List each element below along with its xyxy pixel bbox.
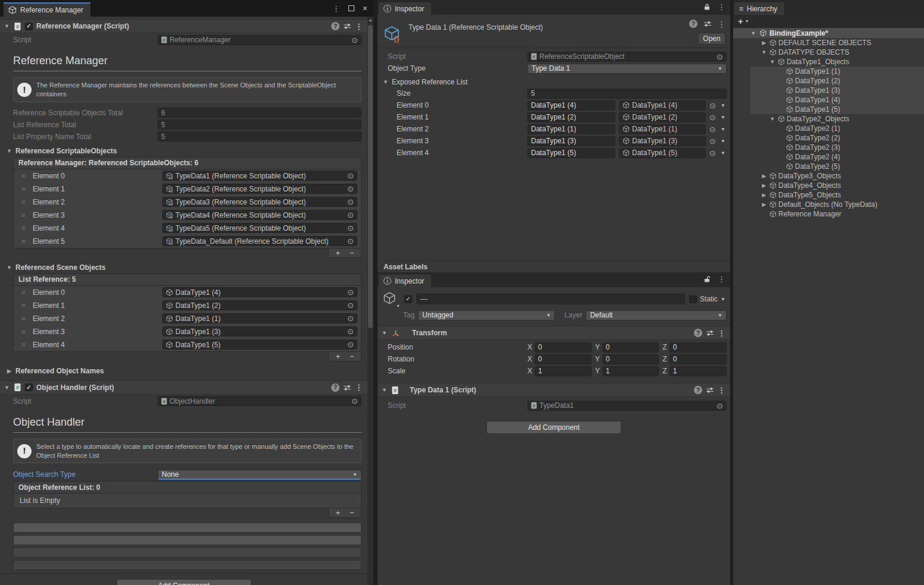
size-field[interactable]: 5 — [527, 89, 727, 99]
element-options-dropdown-icon[interactable]: ▼ — [719, 115, 727, 120]
object-picker-icon[interactable]: ⊙ — [347, 185, 354, 193]
object-picker-icon[interactable]: ⊙ — [351, 36, 358, 44]
drag-handle-icon[interactable]: = — [18, 314, 29, 323]
drag-handle-icon[interactable]: = — [18, 301, 29, 310]
list-row[interactable]: = Element 5 {} TypeData_Default (Referen… — [14, 235, 361, 248]
hierarchy-item[interactable]: DataType1 (4) — [733, 95, 924, 105]
hierarchy-item[interactable]: ▶ Default_Objects (No TypeData) — [733, 200, 924, 209]
list-row[interactable]: = Element 2 {} TypeData3 (Reference Scri… — [14, 196, 361, 209]
object-reference-field[interactable]: {} TypeData1 (Reference Scriptable Objec… — [162, 171, 357, 181]
foldout-arrow-icon[interactable]: ▼ — [4, 385, 10, 391]
object-picker-icon[interactable]: ⊙ — [347, 198, 354, 206]
hierarchy-item[interactable]: DataType2 (4) — [733, 152, 924, 162]
object-picker-icon[interactable]: ⊙ — [347, 341, 354, 348]
foldout-exposed-reference-list[interactable]: ▼ Exposed Reference List — [378, 77, 730, 87]
static-dropdown-icon[interactable]: ▼ — [721, 297, 725, 302]
script-field[interactable]: # ReferenceManager ⊙ — [158, 35, 362, 45]
panel-menu-icon[interactable]: ⋮ — [718, 275, 725, 283]
hierarchy-item[interactable]: DataType2 (5) — [733, 162, 924, 171]
list-row[interactable]: = Element 1 {} TypeData2 (Reference Scri… — [14, 183, 361, 196]
object-reference-field[interactable]: {} TypeData3 (Reference Scriptable Objec… — [162, 197, 357, 207]
foldout-arrow-icon[interactable]: ▶ — [760, 173, 768, 179]
hierarchy-item[interactable]: ▶ DataType5_Objects — [733, 190, 924, 200]
presets-icon[interactable] — [343, 384, 351, 391]
object-reference-field[interactable]: DataType1 (1) ⊙ — [162, 313, 357, 323]
list-row[interactable]: = Element 3 {} TypeData4 (Reference Scri… — [14, 209, 361, 222]
presets-icon[interactable] — [706, 329, 714, 336]
hierarchy-item[interactable]: ▶ DEFAULT SCENE OBJECTS — [733, 38, 924, 48]
scrollbar[interactable]: ▲ — [367, 17, 373, 585]
object-picker-icon[interactable]: ⊙ — [716, 402, 723, 410]
hierarchy-item[interactable]: DataType2 (3) — [733, 143, 924, 152]
object-picker-icon[interactable]: ⊙ — [709, 102, 716, 109]
foldout-arrow-icon[interactable]: ▶ — [760, 183, 768, 188]
remove-element-button[interactable]: − — [350, 353, 354, 360]
drag-handle-icon[interactable]: = — [18, 224, 29, 232]
foldout-arrow-icon[interactable]: ▶ — [760, 202, 768, 207]
element-key-field[interactable]: DataType1 (1) — [527, 124, 615, 134]
foldout-arrow-icon[interactable]: ▼ — [381, 330, 388, 336]
object-picker-icon[interactable]: ⊙ — [709, 125, 716, 133]
object-search-type-dropdown[interactable]: None ▼ — [158, 470, 362, 480]
list-row[interactable]: = Element 0 {} TypeData1 (Reference Scri… — [14, 169, 361, 183]
tab-inspector[interactable]: i Inspector — [379, 2, 431, 15]
presets-icon[interactable] — [706, 386, 714, 394]
axis-x-field[interactable]: 0 — [535, 342, 592, 353]
object-type-dropdown[interactable]: Type Data 1 ▼ — [527, 64, 727, 74]
add-component-button[interactable]: Add Component — [486, 421, 621, 434]
object-reference-field[interactable]: DataType1 (5) ⊙ — [162, 339, 357, 350]
element-options-dropdown-icon[interactable]: ▼ — [719, 127, 727, 132]
list-row[interactable]: = Element 0 DataType1 (4) ⊙ — [14, 286, 361, 299]
component-header-reference-manager[interactable]: ▼ # ✓ Reference Manager (Script) ? ⋮ — [0, 19, 367, 33]
hierarchy-item[interactable]: Reference Manager — [733, 209, 924, 219]
script-field[interactable]: # TypeData1 ⊙ — [527, 401, 727, 411]
add-element-button[interactable]: + — [335, 249, 340, 257]
drag-handle-icon[interactable]: = — [18, 185, 29, 193]
hierarchy-item[interactable]: ▶ DataType3_Objects — [733, 171, 924, 181]
object-reference-field[interactable]: DataType1 (4) ⊙ — [162, 287, 357, 297]
object-picker-icon[interactable]: ⊙ — [716, 53, 723, 61]
chevron-down-icon[interactable]: ▼ — [745, 19, 749, 23]
gameobject-name-field[interactable]: — — [416, 294, 685, 304]
axis-y-field[interactable]: 0 — [602, 354, 659, 364]
object-reference-field[interactable]: {} TypeData_Default (Reference Scriptabl… — [162, 236, 357, 246]
stat-field[interactable]: 5 — [158, 131, 362, 141]
foldout-referenced-scriptableobjects[interactable]: ▼ Referenced ScriptableObjects — [0, 145, 367, 157]
object-picker-icon[interactable]: ⊙ — [347, 328, 354, 335]
element-options-dropdown-icon[interactable]: ▼ — [719, 150, 727, 156]
window-menu-icon[interactable]: ⋮ — [332, 5, 340, 12]
remove-element-button[interactable]: − — [350, 509, 354, 517]
element-options-dropdown-icon[interactable]: ▼ — [719, 139, 727, 144]
stat-field[interactable]: 6 — [158, 108, 362, 118]
presets-icon[interactable] — [343, 23, 351, 30]
object-picker-icon[interactable]: ⊙ — [709, 149, 716, 157]
object-picker-icon[interactable]: ⊙ — [709, 137, 716, 145]
list-row[interactable]: = Element 4 DataType1 (5) ⊙ — [14, 338, 361, 351]
element-key-field[interactable]: DataType1 (4) — [527, 100, 615, 111]
foldout-arrow-icon[interactable]: ▼ — [769, 59, 776, 65]
component-header-typedata[interactable]: ▼ # Type Data 1 (Script) ? ⋮ — [378, 383, 730, 397]
component-enabled-checkbox[interactable]: ✓ — [25, 383, 33, 391]
list-row[interactable]: = Element 3 DataType1 (3) ⊙ — [14, 325, 361, 338]
foldout-arrow-icon[interactable]: ▼ — [750, 30, 757, 36]
element-key-field[interactable]: DataType1 (2) — [527, 112, 615, 122]
list-row[interactable]: = Element 4 {} TypeData5 (Reference Scri… — [14, 222, 361, 235]
hierarchy-item[interactable]: DataType1 (3) — [733, 86, 924, 95]
hierarchy-item[interactable]: DataType1 (1) — [733, 67, 924, 76]
element-object-field[interactable]: DataType1 (1) — [619, 124, 706, 134]
axis-z-field[interactable]: 0 — [670, 354, 727, 364]
lock-closed-icon[interactable] — [703, 3, 711, 11]
axis-x-field[interactable]: 0 — [535, 354, 592, 364]
object-picker-icon[interactable]: ⊙ — [347, 288, 354, 296]
action-button[interactable] — [13, 523, 362, 533]
element-object-field[interactable]: DataType1 (3) — [619, 136, 706, 146]
axis-y-field[interactable]: 0 — [602, 342, 659, 353]
hierarchy-item[interactable]: ▼ DataType1_Objects — [733, 57, 924, 67]
hierarchy-item[interactable]: DataType2 (2) — [733, 133, 924, 143]
add-element-button[interactable]: + — [335, 353, 340, 360]
list-row[interactable]: = Element 2 DataType1 (1) ⊙ — [14, 312, 361, 325]
component-menu-icon[interactable]: ⋮ — [355, 383, 363, 391]
gameobject-icon[interactable]: ▼ — [382, 291, 400, 307]
open-button[interactable]: Open — [698, 33, 725, 45]
element-object-field[interactable]: DataType1 (5) — [619, 148, 706, 158]
